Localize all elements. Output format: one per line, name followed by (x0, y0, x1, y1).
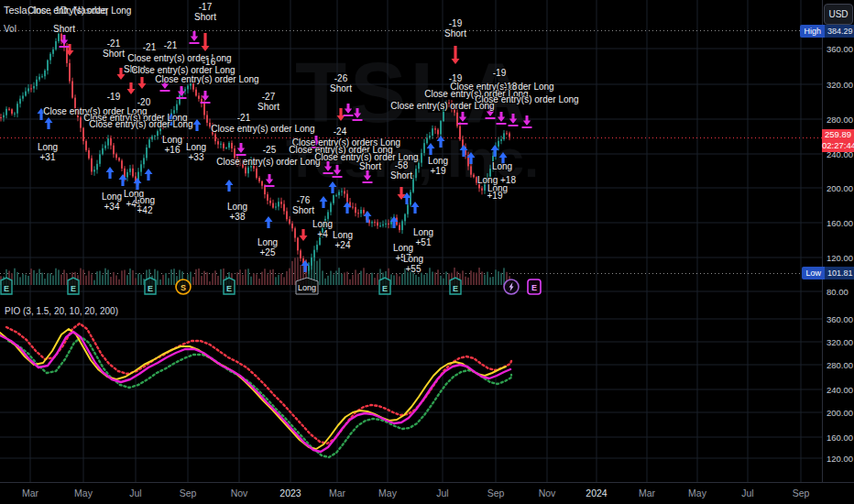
volume-bar (289, 268, 290, 285)
last-price-box[interactable]: 259.89 02:27:44 (822, 129, 854, 152)
time-tick-month[interactable]: Nov (539, 488, 556, 499)
signal-label: Long+51 (413, 227, 433, 247)
candle-body (121, 160, 123, 169)
volume-bar (258, 279, 260, 285)
time-tick-month[interactable]: May (74, 488, 93, 499)
volume-bar (341, 274, 343, 285)
earnings-letter: E (148, 284, 153, 293)
volume-bar (47, 273, 49, 285)
volume-bar (52, 276, 54, 285)
volume-bar (217, 276, 219, 285)
time-tick-month[interactable]: Jul (741, 488, 753, 499)
signal-label: -17Short (194, 2, 216, 22)
time-tick-month[interactable]: Mar (329, 488, 345, 499)
candle-body (261, 181, 263, 186)
volume-bar (291, 261, 293, 285)
time-tick-year[interactable]: 2024 (586, 488, 607, 499)
volume-bar (173, 268, 175, 285)
candle-body (41, 76, 43, 77)
signal-label: -21Short (103, 38, 125, 59)
candle-body (382, 225, 384, 225)
time-tick-month[interactable]: Mar (22, 488, 38, 499)
time-tick-month[interactable]: Sep (180, 488, 197, 499)
pio-indicator-label[interactable]: PIO (3, 1.5, 20, 10, 20, 200) (5, 306, 118, 316)
price-axis[interactable]: USD 360.00320.00280.00240.00200.00160.00… (822, 0, 854, 504)
volume-bar (124, 270, 126, 285)
candle-body (280, 202, 282, 203)
time-tick-month[interactable]: May (688, 488, 706, 499)
currency-button[interactable]: USD (824, 4, 853, 25)
candle-body (88, 150, 90, 159)
time-tick-month[interactable]: Jul (129, 488, 141, 499)
candle-body (66, 47, 68, 62)
time-tick-month[interactable]: Sep (793, 488, 810, 499)
volume-indicator-label[interactable]: Vol (4, 24, 16, 34)
volume-bar (426, 273, 428, 285)
candle-body (291, 224, 293, 228)
time-tick-month[interactable]: May (378, 488, 397, 499)
volume-bar (470, 270, 472, 285)
time-tick-month[interactable]: Nov (231, 488, 248, 499)
earnings-letter: E (226, 284, 232, 293)
signal-label: Long+31 (38, 142, 58, 162)
volume-bar (25, 275, 27, 285)
candle-body (509, 133, 510, 137)
candle-body (85, 141, 87, 150)
volume-bar (96, 271, 98, 285)
low-value: 101.81 (825, 267, 854, 279)
candle-body (198, 95, 200, 98)
volume-bar (121, 270, 123, 285)
candle-body (338, 192, 340, 195)
volume-bar (49, 273, 51, 285)
signal-label: Long+34 (102, 192, 122, 212)
volume-bar (107, 269, 109, 285)
signal-label: Long (492, 161, 512, 171)
candle-body (294, 228, 296, 237)
candle-body (19, 99, 21, 104)
volume-bar (500, 273, 502, 285)
candle-body (58, 34, 60, 41)
high-label: High (800, 25, 825, 38)
time-tick-year[interactable]: 2023 (279, 488, 301, 499)
candle-body (256, 169, 257, 178)
time-tick-month[interactable]: Mar (639, 488, 655, 499)
volume-bar (355, 269, 356, 285)
signal-label: Long+25 (257, 237, 278, 257)
volume-bar (201, 276, 203, 285)
volume-bar (467, 278, 469, 285)
candle-body (0, 117, 2, 118)
volume-bar (401, 273, 403, 285)
candle-body (60, 34, 62, 41)
close-entry-arrow-icon (324, 161, 332, 171)
volume-bar (349, 279, 351, 285)
signal-label: Close entry(s) order Long (211, 124, 314, 134)
time-tick-month[interactable]: Jul (436, 488, 448, 499)
time-tick-month[interactable]: Sep (487, 488, 505, 499)
volume-bar (110, 277, 112, 285)
volume-bar (30, 268, 32, 285)
volume-bar (104, 268, 106, 285)
signal-label: Close entry(s) order Long (127, 53, 231, 63)
candle-body (500, 139, 502, 141)
volume-bar (99, 271, 101, 285)
volume-bar (44, 279, 46, 285)
candle-body (195, 90, 197, 96)
pio-indicator-panel[interactable] (0, 302, 822, 482)
volume-bar (162, 275, 164, 285)
candle-body (231, 143, 233, 148)
volume-bar (269, 269, 271, 285)
volume-bar (38, 268, 40, 285)
time-axis[interactable]: MarMayJulSepNov2023MarMayJulSepNov2024Ma… (0, 482, 854, 504)
volume-bar (256, 274, 257, 285)
volume-bar (239, 269, 241, 285)
candle-body (27, 88, 29, 91)
candle-body (33, 86, 35, 89)
volume-bar (102, 275, 104, 285)
low-label: Low (802, 267, 825, 279)
main-price-chart[interactable]: Short-17Short-21Short-21-21Close entry(s… (0, 0, 822, 302)
candle-body (55, 41, 57, 49)
volume-bar (286, 271, 288, 285)
long-entry-arrow-icon (320, 196, 328, 208)
candle-body (410, 192, 411, 204)
volume-bar (80, 268, 82, 285)
